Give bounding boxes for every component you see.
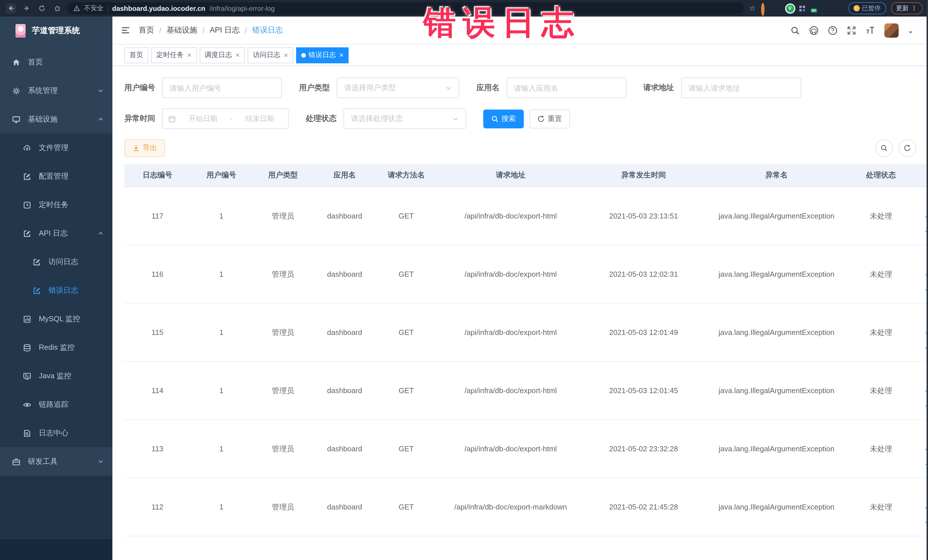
switch-on-icon[interactable] (810, 5, 818, 12)
mark-processed-link[interactable]: 已处理 (914, 500, 928, 514)
mark-processed-link[interactable]: 已处理 (914, 442, 928, 456)
chart-icon (23, 314, 32, 323)
toggle-search-button[interactable] (875, 139, 893, 157)
tab-home[interactable]: 首页 × (124, 47, 148, 63)
close-icon[interactable]: × (235, 51, 240, 59)
sidebar-item-scheduled-jobs[interactable]: 定时任务 (0, 191, 112, 219)
shield-drop-icon[interactable] (773, 5, 781, 12)
font-size-icon[interactable] (865, 25, 875, 35)
puzzle-icon[interactable] (836, 5, 843, 12)
breadcrumb-item[interactable]: 基础设施 (166, 25, 197, 35)
cell-exception-name: java.lang.IllegalArgumentException (703, 303, 850, 362)
tab-access-log[interactable]: 访问日志 × (247, 47, 293, 63)
help-icon[interactable] (827, 25, 837, 35)
cell-log-id: 114 (124, 362, 191, 420)
mark-ignored-link[interactable]: 已忽略 (914, 514, 928, 529)
tab-error-log[interactable]: 错误日志 × (296, 47, 349, 63)
tab-scheduled-jobs[interactable]: 定时任务 × (151, 47, 197, 63)
browser-reload-icon[interactable] (37, 3, 47, 14)
refresh-table-button[interactable] (898, 139, 916, 157)
column-header: 应用名 (314, 164, 375, 187)
sidebar-item-redis-monitor[interactable]: Redis 监控 (0, 333, 112, 362)
sidebar-item-error-log[interactable]: 错误日志 (0, 276, 112, 305)
mark-processed-link[interactable]: 已处理 (914, 325, 928, 340)
address-bar[interactable]: 不安全 dashboard.yudao.iocoder.cn /infra/lo… (67, 2, 744, 14)
fullscreen-icon[interactable] (846, 25, 856, 35)
tab-grid-icon[interactable] (799, 5, 805, 11)
sidebar-item-trace[interactable]: 链路追踪 (0, 390, 112, 419)
monitor-icon (12, 115, 21, 124)
sidebar-item-file-management[interactable]: 文件管理 (0, 134, 112, 162)
user-type-select[interactable]: 请选择用户类型 (337, 78, 459, 98)
mark-ignored-link[interactable]: 已忽略 (914, 340, 928, 354)
user-type-label: 用户类型 (299, 83, 330, 93)
search-icon[interactable] (790, 25, 800, 35)
mark-ignored-link[interactable]: 已忽略 (914, 456, 928, 471)
mark-processed-link[interactable]: 已处理 (914, 383, 928, 398)
search-button[interactable]: 搜索 (483, 109, 524, 128)
mark-ignored-link[interactable]: 已忽略 (914, 223, 928, 238)
close-icon[interactable]: × (339, 51, 344, 59)
search-icon (491, 115, 499, 122)
detail-link[interactable]: 详细 (914, 369, 928, 383)
process-status-select[interactable]: 请选择处理状态 (343, 108, 466, 129)
exception-time-label: 异常时间 (124, 113, 155, 124)
mark-processed-link[interactable]: 已处理 (914, 267, 928, 282)
user-avatar[interactable] (884, 23, 898, 37)
mark-processed-link[interactable]: 已处理 (914, 209, 928, 223)
sidebar-toggle-icon[interactable] (121, 25, 131, 35)
sidebar-item-java-monitor[interactable]: Java 监控 (0, 362, 112, 390)
detail-link[interactable]: 详细 (914, 252, 928, 267)
paused-badge[interactable]: 已暂停 (848, 2, 886, 14)
cell-user-type: 管理员 (252, 420, 314, 478)
cell-method: GET (375, 478, 437, 536)
browser-forward-icon[interactable] (21, 3, 31, 14)
main-area: 首页/基础设施/API 日志/错误日志 (112, 17, 928, 560)
sidebar-item-mysql-monitor[interactable]: MySQL 监控 (0, 305, 112, 333)
detail-link[interactable]: 详细 (914, 485, 928, 500)
detail-link[interactable]: 详细 (914, 427, 928, 442)
sidebar-item-label: 定时任务 (39, 200, 69, 210)
detail-link[interactable]: 详细 (914, 194, 928, 209)
mark-ignored-link[interactable]: 已忽略 (914, 398, 928, 412)
tab-schedule-log[interactable]: 调度日志 × (199, 47, 245, 63)
caret-down-icon[interactable] (907, 27, 913, 33)
request-url-input[interactable] (681, 78, 801, 98)
sidebar-item-config-management[interactable]: 配置管理 (0, 162, 112, 191)
breadcrumb-item[interactable]: API 日志 (210, 25, 240, 35)
cell-exception-time: 2021-05-03 12:01:45 (584, 362, 703, 420)
adblock-ring-icon[interactable] (761, 5, 768, 12)
sidebar-item-home[interactable]: 首页 (0, 48, 112, 76)
sidebar-item-log-center[interactable]: 日志中心 (0, 419, 112, 447)
cell-user-type: 管理员 (252, 478, 314, 536)
user-id-input[interactable] (162, 78, 282, 98)
cell-method: GET (375, 362, 437, 420)
sidebar-item-system-management[interactable]: 系统管理 (0, 76, 112, 105)
leaf-icon[interactable] (823, 5, 830, 12)
tags-view-bar: 首页 × 定时任务 × 调度日志 × 访问日志 × 错误日志 × (112, 44, 928, 66)
export-button[interactable]: 导出 (124, 139, 165, 157)
bookmark-star-icon[interactable]: ☆ (749, 5, 756, 12)
breadcrumb-item[interactable]: 首页 (139, 25, 154, 35)
sidebar-item-api-log[interactable]: API 日志 (0, 219, 112, 248)
browser-home-icon[interactable] (52, 3, 62, 14)
browser-menu-icon[interactable]: ⋮ (911, 5, 917, 11)
header-actions (790, 23, 920, 37)
app-name-input[interactable] (506, 78, 626, 98)
mark-ignored-link[interactable]: 已忽略 (914, 282, 928, 296)
github-icon[interactable] (809, 25, 818, 35)
sidebar-item-infrastructure[interactable]: 基础设施 (0, 105, 112, 134)
detail-link[interactable]: 详细 (914, 311, 928, 325)
close-icon[interactable]: × (187, 51, 191, 59)
close-icon[interactable]: × (284, 51, 288, 59)
app-logo[interactable]: 芋道管理系统 (0, 17, 112, 44)
date-range-picker[interactable]: 开始日期 - 结束日期 (162, 108, 289, 129)
update-badge[interactable]: 更新 ⋮ (891, 2, 922, 14)
browser-back-icon[interactable] (6, 3, 16, 14)
vue-devtools-icon[interactable]: V (786, 4, 794, 12)
sidebar-item-dev-tools[interactable]: 研发工具 (0, 447, 112, 476)
sidebar-item-access-log[interactable]: 访问日志 (0, 248, 112, 276)
scrollbar-edge[interactable] (926, 0, 928, 560)
reset-button[interactable]: 重置 (530, 109, 570, 128)
sidebar-item-label: 日志中心 (39, 428, 69, 438)
